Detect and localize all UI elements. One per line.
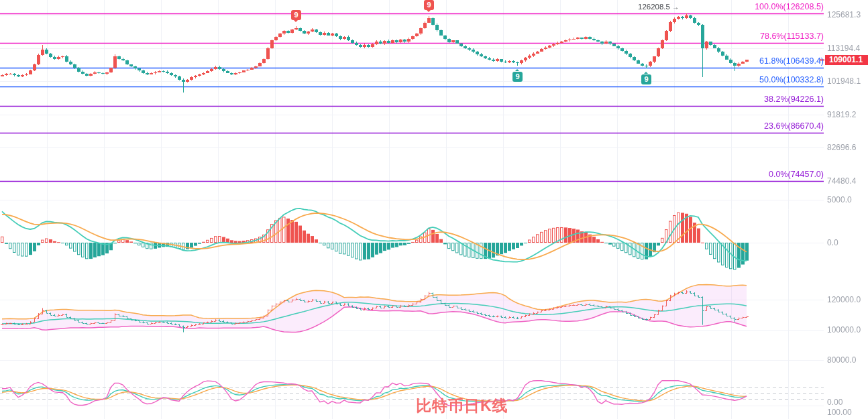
boll-axis-label: 80000.0 — [827, 355, 856, 365]
chart-canvas[interactable] — [0, 0, 868, 419]
td9-sell-marker: 9 — [424, 0, 434, 10]
boll-axis-label: 120000.0 — [827, 295, 861, 304]
boll-axis-label: 100000.0 — [827, 325, 861, 335]
td9-buy-marker: 9 — [641, 74, 651, 84]
price-axis-label: 91819.2 — [827, 110, 856, 119]
fib-level-label[interactable]: 78.6%(115133.7) — [760, 32, 824, 41]
kdj-axis-label: 0.00 — [827, 398, 843, 407]
td9-sell-marker: 9 — [291, 10, 301, 20]
fib-level-label[interactable]: 23.6%(86670.4) — [764, 121, 824, 131]
price-axis-label: 113194.4 — [827, 44, 860, 53]
high-price-annotation: 126208.5→ — [638, 3, 679, 11]
fib-level-label[interactable]: 50.0%(100332.8) — [759, 75, 824, 84]
macd-axis-label: 5000.0 — [827, 195, 852, 204]
td9-buy-marker: 9 — [512, 72, 523, 82]
kdj-axis-label: 100.00 — [827, 408, 852, 417]
fib-level-label[interactable]: 0.0%(74457.0) — [769, 170, 824, 179]
price-axis-label: 74480.4 — [827, 176, 856, 186]
high-price-text: 126208.5 — [638, 3, 670, 11]
trading-chart-root: 100.0%(126208.5)78.6%(115133.7)61.8%(106… — [0, 0, 868, 419]
fib-level-label[interactable]: 38.2%(94226.1) — [764, 95, 824, 104]
macd-axis-label: 0.0 — [827, 238, 838, 247]
price-axis-label: 82696.6 — [827, 143, 856, 152]
fib-level-label[interactable]: 100.0%(126208.5) — [755, 2, 824, 11]
right-arrow-icon: → — [672, 3, 679, 11]
fib-level-label[interactable]: 61.8%(106439.4) — [759, 56, 824, 66]
last-price-badge: 109001.1 — [825, 55, 868, 65]
price-axis-label: 125681.3 — [827, 10, 861, 19]
chart-title-watermark: 比特币日K线 — [416, 396, 508, 416]
price-axis-label: 101948.1 — [827, 76, 861, 86]
